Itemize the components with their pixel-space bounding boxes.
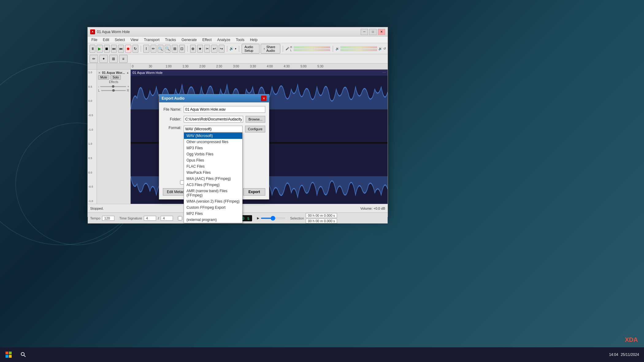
scale-2: 0.5 [88,85,96,88]
dialog-close-button[interactable]: ✕ [261,96,266,101]
stop-button[interactable]: ⏹ [104,45,110,53]
dropdown-item-external[interactable]: (external program) [184,217,242,223]
format-select[interactable]: WAV (Microsoft) [184,126,243,132]
tick-100: 1:00 [166,65,182,68]
menu-analyze[interactable]: Analyze [215,37,233,43]
audio-setup-button[interactable]: Audio Setup [242,44,259,54]
maximize-button[interactable]: □ [369,29,377,35]
dialog-title: Export Audio [162,96,185,101]
volume-slider[interactable] [100,86,126,87]
volume-knob[interactable] [112,85,114,88]
svg-rect-4 [6,352,8,354]
menu-tools[interactable]: Tools [233,37,247,43]
time-sig-den[interactable]: 4 [161,216,173,221]
export-dialog: Export Audio ✕ File Name: Folder: Browse… [159,94,269,200]
menu-file[interactable]: File [89,37,100,43]
track-chevron[interactable]: ▲ [126,71,129,74]
tool-fit[interactable]: ⊞ [172,45,178,53]
dropdown-item-other[interactable]: Other uncompressed files [184,139,242,145]
tool-select[interactable]: I [143,45,149,53]
dropdown-item-mp2[interactable]: MP2 Files [184,211,242,217]
menu-help[interactable]: Help [247,37,260,43]
export-button[interactable]: Export [243,188,265,196]
selection-start[interactable]: 00 h 00 m 0.000 s [306,213,337,218]
tool-draw[interactable]: ✏ [151,45,156,53]
tempo-label: Tempo [90,216,100,220]
tool-zoom-in[interactable]: 🔍 [158,45,163,53]
snap-checkbox[interactable] [178,216,182,220]
dropdown-item-wma[interactable]: WMA (version 2) Files (FFmpeg) [184,198,242,204]
output-meter-l [340,49,377,51]
play-button[interactable]: ▶ [97,45,102,53]
menu-transport[interactable]: Transport [141,37,162,43]
meter-label-l: L [290,49,293,52]
mute-button[interactable]: Mute [98,75,109,80]
pan-slider[interactable] [101,90,126,91]
selection-end[interactable]: 00 h 00 m 0.000 s [306,219,337,223]
separator-2 [187,46,188,52]
playback-slider[interactable] [261,218,285,219]
dropdown-item-custom[interactable]: Custom FFmpeg Export [184,204,242,211]
time-sig-num[interactable]: 4 [144,216,156,221]
dropdown-item-ogg[interactable]: Ogg Vorbis Files [184,151,242,157]
record-button[interactable]: ⏺ [125,45,131,53]
file-name-input[interactable] [184,106,265,113]
tool-pencil[interactable]: ✏ [90,55,98,63]
format-dropdown-list[interactable]: WAV (Microsoft) Other uncompressed files… [184,132,243,223]
tool-extra2[interactable]: ★ [197,45,203,53]
tool-star2[interactable]: ✦ [99,55,108,63]
scale-7: 0.5 [88,157,96,160]
output-meter-bars [340,46,377,51]
solo-button[interactable]: Solo [110,75,121,80]
speaker-dropdown[interactable]: ▾ [235,47,236,50]
minimize-button[interactable]: ─ [361,29,368,35]
dropdown-item-amr[interactable]: AMR (narrow band) Files (FFmpeg) [184,188,242,198]
configure-button[interactable]: Configure [245,126,265,132]
menu-select[interactable]: Select [112,37,127,43]
start-button[interactable] [2,349,15,361]
track-close-button[interactable]: ✕ [98,71,101,74]
dropdown-item-m4a[interactable]: M4A (AAC) Files (FFmpeg) [184,176,242,182]
time-sig-section: Time Signature 4 / 4 [119,216,173,221]
track-menu-dots[interactable]: ⋯ [382,71,386,75]
folder-input[interactable] [184,116,243,123]
dropdown-item-opus[interactable]: Opus Files [184,157,242,163]
pause-button[interactable]: ⏸ [90,45,95,53]
close-button[interactable]: ✕ [378,29,385,35]
tool-trim[interactable]: ✂ [204,45,210,53]
menu-tracks[interactable]: Tracks [163,37,178,43]
skip-start-button[interactable]: ⏮ [111,45,117,53]
tool-redo[interactable]: ↪ [219,45,224,53]
menu-generate[interactable]: Generate [179,37,199,43]
tempo-value[interactable]: 120 [102,216,114,221]
browse-button[interactable]: Browse... [246,116,265,123]
scale-6: 1.0 [88,142,96,145]
dropdown-item-wavpack[interactable]: WavPack Files [184,170,242,176]
taskbar: 14:04 25/11/2024 [0,347,644,362]
dropdown-item-wav[interactable]: WAV (Microsoft) [184,133,242,139]
menu-effect[interactable]: Effect [200,37,214,43]
dropdown-item-flac[interactable]: FLAC Files [184,163,242,170]
tool-zoom-out[interactable]: 🔍 [165,45,171,53]
tool-extra1[interactable]: ⊕ [190,45,196,53]
tool-multi[interactable]: ⊞ [109,55,118,63]
dropdown-item-ac3[interactable]: AC3 Files (FFmpeg) [184,182,242,188]
pan-knob[interactable] [112,89,115,92]
tick-300: 3:00 [233,65,250,68]
tool-align[interactable]: ≡ [119,55,128,63]
tool-zoom-fit[interactable]: ⊡ [179,45,185,53]
menu-edit[interactable]: Edit [100,37,112,43]
menu-view[interactable]: View [128,37,141,43]
skip-end-button[interactable]: ⏭ [118,45,124,53]
xda-logo: XDA [625,335,638,344]
status-volume: Volume: +0.0 dB [360,207,385,210]
tempo-section: Tempo 120 [90,216,114,221]
tool-undo[interactable]: ↩ [211,45,217,53]
file-name-row: File Name: [163,106,265,113]
mic-icon: 🎤 [286,47,289,50]
taskbar-search[interactable] [17,349,29,361]
dropdown-item-mp3[interactable]: MP3 Files [184,145,242,151]
share-audio-button[interactable]: ↑ Share Audio [261,44,280,54]
loop-button[interactable]: ↻ [132,45,138,53]
play-mini-button[interactable]: ▶ [257,216,259,220]
